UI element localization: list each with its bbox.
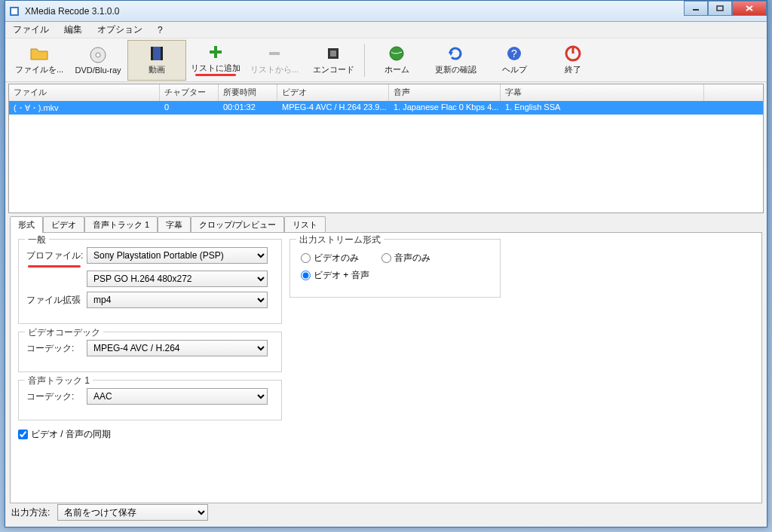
- cell-video: MPEG-4 AVC / H.264 23.9...: [277, 101, 389, 115]
- output-stream-title: 出力ストリーム形式: [296, 234, 384, 246]
- file-list-header: ファイル チャプター 所要時間 ビデオ 音声 字幕: [9, 84, 763, 101]
- sync-label: ビデオ / 音声の同期: [31, 428, 111, 441]
- svg-marker-17: [449, 52, 453, 56]
- help-icon: ?: [504, 44, 524, 63]
- svg-rect-9: [151, 47, 153, 60]
- col-header-audio[interactable]: 音声: [389, 84, 501, 101]
- audio-only-radio[interactable]: 音声のみ: [381, 252, 430, 264]
- output-stream-group: 出力ストリーム形式 ビデオのみ 音声のみ ビデオ + 音声: [290, 239, 501, 298]
- video-codec-title: ビデオコーデック: [25, 326, 103, 339]
- app-window: XMedia Recode 3.1.0.0 ファイル 編集 オプション ? ファ…: [5, 0, 767, 527]
- svg-rect-3: [717, 6, 723, 11]
- audio-codec-select[interactable]: AAC: [87, 388, 268, 405]
- menu-options[interactable]: オプション: [94, 22, 146, 38]
- globe-icon: [387, 44, 406, 63]
- home-button[interactable]: ホーム: [367, 40, 426, 81]
- col-header-chapter[interactable]: チャプター: [160, 84, 219, 101]
- cell-audio: 1. Japanese Flac 0 Kbps 4...: [389, 101, 501, 115]
- svg-point-7: [96, 53, 100, 57]
- update-button[interactable]: 更新の確認: [426, 40, 485, 81]
- general-title: 一般: [25, 234, 49, 246]
- video-codec-label: コーデック:: [26, 342, 87, 355]
- general-group: 一般 プロファイル: Sony Playstation Portable (PS…: [18, 239, 282, 324]
- folder-open-icon: [29, 44, 49, 63]
- output-method-label: 出力方法:: [11, 506, 50, 519]
- video-only-radio[interactable]: ビデオのみ: [301, 252, 359, 264]
- col-header-video[interactable]: ビデオ: [277, 84, 389, 101]
- plus-icon: [206, 43, 225, 61]
- menu-edit[interactable]: 編集: [61, 22, 85, 38]
- video-audio-radio[interactable]: ビデオ + 音声: [301, 269, 369, 282]
- maximize-button[interactable]: [708, 1, 732, 16]
- minimize-button[interactable]: [684, 1, 708, 16]
- menu-help[interactable]: ?: [155, 23, 166, 37]
- col-header-file[interactable]: ファイル: [9, 84, 160, 101]
- add-to-list-button[interactable]: リストに追加: [186, 40, 245, 81]
- audio-track-title: 音声トラック 1: [25, 375, 93, 387]
- refresh-icon: [446, 44, 465, 63]
- titlebar: XMedia Recode 3.1.0.0: [5, 1, 767, 22]
- svg-rect-10: [161, 47, 163, 60]
- col-header-sub[interactable]: 字幕: [501, 84, 704, 101]
- tab-format[interactable]: 形式: [10, 216, 43, 233]
- file-list-row[interactable]: (・∀・).mkv 0 00:01:32 MPEG-4 AVC / H.264 …: [9, 101, 763, 115]
- output-method-select[interactable]: 名前をつけて保存: [57, 504, 208, 521]
- annotation-underline-profile: [28, 265, 81, 268]
- tabstrip: 形式 ビデオ 音声トラック 1 字幕 クロップ/プレビュー リスト: [10, 216, 762, 233]
- cell-file: (・∀・).mkv: [9, 101, 160, 115]
- footer: 出力方法: 名前をつけて保存: [11, 504, 208, 521]
- ext-select[interactable]: mp4: [87, 292, 268, 308]
- tab-list[interactable]: リスト: [284, 216, 326, 233]
- video-codec-group: ビデオコーデック コーデック: MPEG-4 AVC / H.264: [18, 332, 282, 372]
- film-icon: [147, 44, 167, 63]
- svg-text:?: ?: [511, 47, 517, 60]
- file-list: ファイル チャプター 所要時間 ビデオ 音声 字幕 (・∀・).mkv 0 00…: [8, 84, 764, 213]
- cell-sub: 1. English SSA: [501, 101, 704, 115]
- open-file-button[interactable]: ファイルを...: [10, 40, 69, 81]
- sync-checkbox[interactable]: [18, 430, 28, 439]
- power-icon: [563, 44, 583, 63]
- window-buttons: [684, 1, 767, 16]
- encode-icon: [323, 44, 343, 63]
- svg-rect-1: [11, 8, 17, 14]
- tab-crop[interactable]: クロップ/プレビュー: [191, 216, 284, 233]
- help-button[interactable]: ? ヘルプ: [485, 40, 544, 81]
- audio-codec-label: コーデック:: [26, 390, 87, 403]
- tab-audio1[interactable]: 音声トラック 1: [84, 216, 158, 233]
- menubar: ファイル 編集 オプション ?: [5, 22, 767, 38]
- ext-label: ファイル拡張: [26, 294, 87, 307]
- tab-sub[interactable]: 字幕: [158, 216, 191, 233]
- video-button[interactable]: 動画: [127, 40, 186, 81]
- remove-from-list-button[interactable]: リストから...: [245, 40, 304, 81]
- encode-button[interactable]: エンコード: [304, 40, 363, 81]
- svg-rect-12: [210, 50, 222, 54]
- toolbar: ファイルを... DVD/Blu-ray 動画 リストに追加 リストから.: [5, 38, 767, 82]
- disc-button[interactable]: DVD/Blu-ray: [69, 40, 127, 81]
- toolbar-separator: [364, 44, 366, 77]
- svg-rect-13: [269, 52, 280, 55]
- app-icon: [8, 5, 20, 17]
- tab-video[interactable]: ビデオ: [43, 216, 84, 233]
- col-header-time[interactable]: 所要時間: [219, 84, 277, 101]
- audio-track-group: 音声トラック 1 コーデック: AAC: [18, 380, 282, 420]
- disc-icon: [88, 46, 108, 64]
- window-title: XMedia Recode 3.1.0.0: [25, 6, 764, 17]
- minus-icon: [265, 44, 284, 63]
- sync-check-row: ビデオ / 音声の同期: [18, 428, 282, 441]
- profile-select[interactable]: Sony Playstation Portable (PSP): [87, 247, 268, 264]
- cell-time: 00:01:32: [219, 101, 277, 115]
- sub-profile-select[interactable]: PSP GO H.264 480x272: [87, 271, 268, 287]
- cell-chapter: 0: [160, 101, 219, 115]
- close-button[interactable]: [732, 1, 767, 16]
- video-codec-select[interactable]: MPEG-4 AVC / H.264: [87, 340, 268, 356]
- exit-button[interactable]: 終了: [544, 40, 602, 81]
- settings-tabs: 形式 ビデオ 音声トラック 1 字幕 クロップ/プレビュー リスト 一般 プロフ…: [10, 216, 762, 503]
- annotation-underline: [195, 74, 236, 76]
- svg-rect-15: [330, 50, 336, 57]
- profile-label: プロファイル:: [26, 249, 87, 262]
- menu-file[interactable]: ファイル: [10, 22, 52, 38]
- format-pane: 一般 プロファイル: Sony Playstation Portable (PS…: [10, 232, 762, 503]
